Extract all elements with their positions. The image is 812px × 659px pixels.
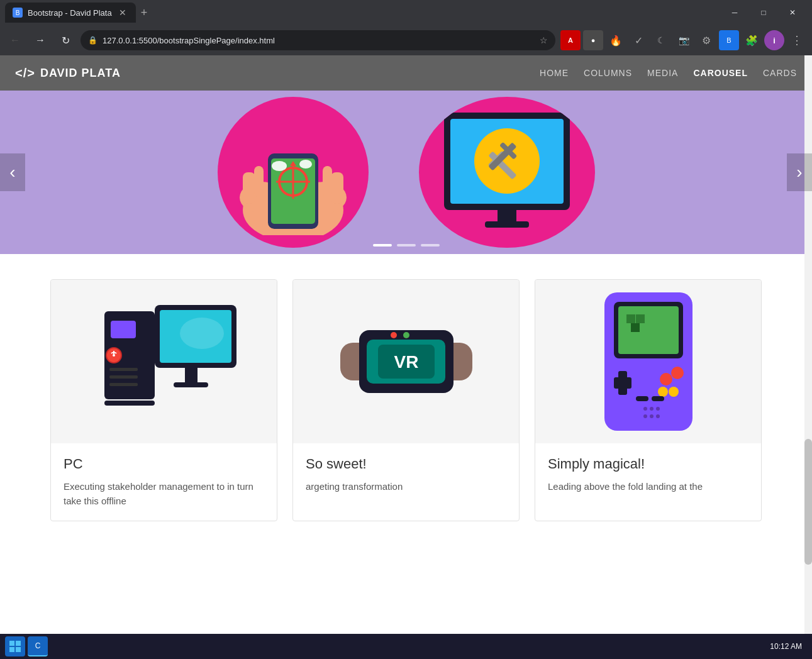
reload-button[interactable]: ↻ — [55, 30, 75, 50]
svg-point-64 — [650, 414, 653, 418]
svg-point-14 — [299, 160, 312, 169]
carousel-indicators — [373, 244, 440, 246]
scrollbar[interactable] — [804, 55, 812, 521]
maximize-button[interactable]: □ — [749, 0, 778, 25]
card-vr-body: So sweet! argeting transformation — [293, 443, 519, 507]
card-pc-image — [51, 280, 277, 443]
svg-rect-59 — [652, 396, 664, 401]
svg-rect-29 — [109, 368, 138, 371]
brand-name: DAVID PLATA — [40, 67, 121, 80]
browser-tab[interactable]: B Bootstrap - David Plata ✕ — [5, 3, 136, 23]
svg-point-65 — [656, 414, 660, 418]
card-gameboy-title: Simply magical! — [548, 456, 748, 472]
forward-button[interactable]: → — [30, 30, 50, 50]
page-content: </> DAVID PLATA HOME COLUMNS MEDIA CAROU… — [0, 55, 812, 521]
svg-rect-37 — [104, 401, 155, 406]
adobe-icon[interactable]: A — [560, 30, 581, 50]
svg-rect-49 — [626, 314, 635, 323]
url-bar[interactable]: 🔒 127.0.0.1:5500/bootstrapSinglePage/ind… — [81, 30, 555, 50]
carousel-dot-2[interactable] — [397, 244, 416, 246]
gameboy-illustration — [592, 286, 705, 437]
svg-rect-30 — [109, 375, 138, 379]
svg-point-63 — [643, 414, 647, 418]
svg-point-13 — [272, 161, 287, 171]
pc-illustration — [92, 292, 236, 431]
nav-media[interactable]: MEDIA — [647, 68, 678, 78]
svg-rect-22 — [498, 210, 516, 223]
cards-section: PC Executing stakeholder management to i… — [0, 254, 812, 521]
lock-icon: 🔒 — [88, 36, 97, 45]
carousel-prev-button[interactable]: ‹ — [0, 153, 25, 191]
navbar: </> DAVID PLATA HOME COLUMNS MEDIA CAROU… — [0, 55, 812, 91]
minimize-button[interactable]: ─ — [720, 0, 749, 25]
svg-point-62 — [656, 407, 660, 411]
brand-icon: </> — [15, 66, 35, 80]
svg-rect-50 — [636, 314, 645, 323]
card-vr-image: VR — [293, 280, 519, 443]
scrollbar-thumb[interactable] — [804, 439, 812, 521]
extension-icon-4[interactable]: ☾ — [651, 30, 671, 50]
carousel-image-1 — [218, 97, 369, 248]
puzzle-icon[interactable]: 🧩 — [742, 30, 762, 50]
carousel-dot-1[interactable] — [373, 244, 392, 246]
carousel: ‹ — [0, 91, 812, 254]
svg-point-55 — [671, 367, 684, 379]
card-gameboy-text: Leading above the fold landing at the — [548, 480, 748, 494]
back-button[interactable]: ← — [5, 30, 25, 50]
svg-point-54 — [660, 373, 672, 385]
card-gameboy: Simply magical! Leading above the fold l… — [535, 279, 762, 521]
phone-game-svg — [230, 109, 356, 235]
card-vr-title: So sweet! — [306, 456, 506, 472]
close-button[interactable]: ✕ — [778, 0, 807, 25]
svg-rect-23 — [485, 221, 529, 228]
svg-rect-36 — [174, 382, 208, 387]
svg-point-34 — [180, 318, 224, 349]
extension-icon-2[interactable]: 🔥 — [606, 30, 626, 50]
browser-window: B Bootstrap - David Plata ✕ + ─ □ ✕ ← → … — [0, 0, 812, 521]
extension-icon-5[interactable]: 📷 — [674, 30, 694, 50]
bookmark-icon: ☆ — [540, 35, 548, 45]
navbar-links: HOME COLUMNS MEDIA CAROUSEL CARDS — [540, 68, 797, 78]
tab-title: Bootstrap - David Plata — [28, 8, 112, 18]
tab-close-button[interactable]: ✕ — [117, 7, 128, 18]
svg-point-56 — [658, 387, 668, 397]
svg-rect-53 — [614, 377, 631, 389]
carousel-next-button[interactable]: › — [787, 153, 812, 191]
settings-icon[interactable]: ⚙ — [696, 30, 716, 50]
svg-rect-25 — [111, 321, 136, 338]
menu-icon[interactable]: ⋮ — [787, 30, 807, 50]
card-gameboy-body: Simply magical! Leading above the fold l… — [535, 443, 761, 507]
title-bar: B Bootstrap - David Plata ✕ + ─ □ ✕ — [0, 0, 812, 25]
carousel-inner — [0, 91, 812, 254]
svg-rect-51 — [631, 323, 640, 332]
url-text: 127.0.0.1:5500/bootstrapSinglePage/index… — [103, 36, 275, 45]
svg-rect-5 — [331, 172, 343, 204]
nav-home[interactable]: HOME — [540, 68, 569, 78]
new-tab-button[interactable]: + — [141, 6, 148, 19]
svg-rect-48 — [618, 306, 679, 354]
svg-point-57 — [669, 387, 679, 397]
nav-carousel[interactable]: CAROUSEL — [693, 68, 748, 78]
tab-favicon: B — [13, 8, 23, 18]
address-bar: ← → ↻ 🔒 127.0.0.1:5500/bootstrapSinglePa… — [0, 25, 812, 55]
vr-illustration: VR — [334, 292, 479, 431]
profile-icon[interactable]: i — [764, 30, 784, 50]
nav-columns[interactable]: COLUMNS — [584, 68, 632, 78]
svg-rect-6 — [323, 166, 332, 197]
carousel-image-2 — [419, 97, 595, 248]
card-pc-text: Executing stakeholder management to in t… — [64, 480, 264, 508]
svg-rect-58 — [636, 396, 648, 401]
svg-point-45 — [403, 332, 409, 338]
svg-point-17 — [474, 128, 540, 194]
extension-icon-1[interactable]: ● — [583, 30, 603, 50]
nav-cards[interactable]: CARDS — [763, 68, 797, 78]
svg-rect-3 — [254, 166, 264, 197]
window-controls: ─ □ ✕ — [720, 0, 807, 25]
svg-point-60 — [643, 407, 647, 411]
card-pc-title: PC — [64, 456, 264, 472]
extension-icon-6[interactable]: B — [719, 30, 739, 50]
extension-icon-3[interactable]: ✓ — [628, 30, 648, 50]
carousel-dot-3[interactable] — [421, 244, 440, 246]
card-pc: PC Executing stakeholder management to i… — [50, 279, 277, 521]
svg-text:VR: VR — [394, 352, 418, 372]
